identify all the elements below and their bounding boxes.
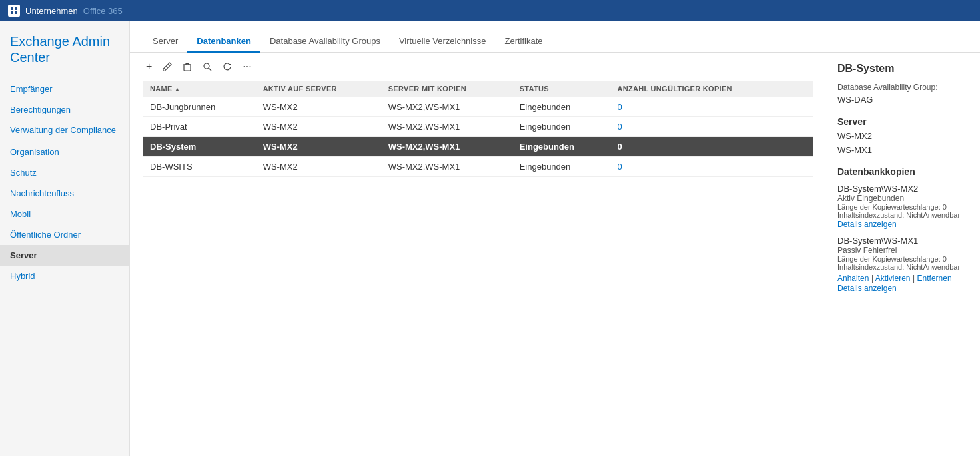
refresh-button[interactable] xyxy=(220,61,235,73)
cell-name: DB-Privat xyxy=(143,117,256,137)
detail-copy-2: DB-System\WS-MX1 Passiv Fehlerfrei Länge… xyxy=(837,236,970,293)
detail-title: DB-System xyxy=(837,63,970,75)
detail-copy-2-status: Passiv Fehlerfrei xyxy=(837,246,970,255)
cell-status: Eingebunden xyxy=(513,137,611,157)
detail-copy-1-laenge: Länge der Kopiewarteschlange: 0 xyxy=(837,203,970,211)
delete-button[interactable] xyxy=(180,61,195,73)
cell-anzahl: 0 xyxy=(610,157,794,177)
detail-panel: DB-System Database Availability Group: W… xyxy=(827,53,980,456)
search-button[interactable] xyxy=(200,61,215,73)
add-button[interactable]: + xyxy=(143,59,155,74)
svg-line-8 xyxy=(209,68,211,71)
tab-server[interactable]: Server xyxy=(143,31,187,53)
sidebar-item-hybrid[interactable]: Hybrid xyxy=(0,266,129,286)
cell-status: Eingebunden xyxy=(513,117,611,137)
col-anzahl[interactable]: ANZAHL UNGÜLTIGER KOPIEN xyxy=(610,81,794,97)
cell-anzahl: 0 xyxy=(610,97,794,117)
cell-anzahl: 0 xyxy=(610,137,794,157)
detail-copy-1-index: Inhaltsindexzustand: NichtAnwendbar xyxy=(837,211,970,219)
detail-copy-1-details-link[interactable]: Details anzeigen xyxy=(837,220,897,229)
cell-kopien: WS-MX2,WS-MX1 xyxy=(382,97,513,117)
detail-copy-2-name: DB-System\WS-MX1 xyxy=(837,236,970,246)
topbar-separator: Office 365 xyxy=(83,6,123,16)
sidebar-item-server[interactable]: Server xyxy=(0,245,129,266)
tab-zertifikate[interactable]: Zertifikate xyxy=(495,31,552,53)
sidebar-item-nachrichtenfluss[interactable]: Nachrichtenfluss xyxy=(0,183,129,204)
svg-rect-1 xyxy=(11,7,13,10)
toolbar: + ··· xyxy=(130,53,827,81)
tab-datenbanken[interactable]: Datenbanken xyxy=(187,31,260,53)
detail-dag-label: Database Availability Group: xyxy=(837,83,970,92)
cell-kopien: WS-MX2,WS-MX1 xyxy=(382,117,513,137)
main-content: Server Datenbanken Database Availability… xyxy=(130,21,980,456)
tab-bar: Server Datenbanken Database Availability… xyxy=(130,21,980,53)
sidebar: Exchange Admin Center Empfänger Berechti… xyxy=(0,21,130,456)
topbar: Unternehmen Office 365 xyxy=(0,0,980,21)
cell-aktiv: WS-MX2 xyxy=(256,157,382,177)
cell-name: DB-System xyxy=(143,137,256,157)
col-spacer xyxy=(794,81,813,97)
app-title: Exchange Admin Center xyxy=(0,28,129,79)
detail-dag-value: WS-DAG xyxy=(837,93,970,107)
detail-copy-2-entfernen-link[interactable]: Entfernen xyxy=(917,274,952,283)
database-table: NAME AKTIV AUF SERVER SERVER MIT KOPIEN … xyxy=(130,81,827,456)
table-row[interactable]: DB-WSITS WS-MX2 WS-MX2,WS-MX1 Eingebunde… xyxy=(143,157,813,177)
detail-copy-1-status: Aktiv Eingebunden xyxy=(837,194,970,203)
detail-copy-2-index: Inhaltsindexzustand: NichtAnwendbar xyxy=(837,263,970,271)
detail-copy-2-laenge: Länge der Kopiewarteschlange: 0 xyxy=(837,255,970,263)
detail-copy-1: DB-System\WS-MX2 Aktiv Eingebunden Länge… xyxy=(837,184,970,229)
detail-copy-2-details-link[interactable]: Details anzeigen xyxy=(837,284,897,293)
svg-rect-4 xyxy=(15,11,17,14)
col-name[interactable]: NAME xyxy=(143,81,256,97)
topbar-logo xyxy=(8,5,20,17)
topbar-company: Unternehmen xyxy=(25,6,78,16)
sidebar-item-compliance[interactable]: Verwaltung der Compliance xyxy=(0,120,129,142)
svg-rect-5 xyxy=(184,65,191,71)
sidebar-item-mobil[interactable]: Mobil xyxy=(0,204,129,224)
svg-rect-3 xyxy=(11,11,13,14)
col-aktiv-auf-server[interactable]: AKTIV AUF SERVER xyxy=(256,81,382,97)
sidebar-item-oeffentliche-ordner[interactable]: Öffentliche Ordner xyxy=(0,224,129,245)
cell-name: DB-Jungbrunnen xyxy=(143,97,256,117)
detail-server-mx1: WS-MX1 xyxy=(837,144,970,158)
detail-copy-2-anhalten-link[interactable]: Anhalten xyxy=(837,274,869,283)
sidebar-item-berechtigungen[interactable]: Berechtigungen xyxy=(0,99,129,120)
cell-aktiv: WS-MX2 xyxy=(256,137,382,157)
svg-rect-2 xyxy=(15,7,17,10)
more-button[interactable]: ··· xyxy=(240,59,254,74)
col-status[interactable]: STATUS xyxy=(513,81,611,97)
list-area: + ··· xyxy=(130,53,827,456)
cell-aktiv: WS-MX2 xyxy=(256,117,382,137)
sidebar-item-organisation[interactable]: Organisation xyxy=(0,142,129,162)
svg-point-7 xyxy=(204,63,209,69)
table-row[interactable]: DB-Jungbrunnen WS-MX2 WS-MX2,WS-MX1 Eing… xyxy=(143,97,813,117)
cell-kopien: WS-MX2,WS-MX1 xyxy=(382,157,513,177)
detail-server-mx2: WS-MX2 xyxy=(837,130,970,144)
cell-status: Eingebunden xyxy=(513,97,611,117)
content-area: + ··· xyxy=(130,53,980,456)
cell-status: Eingebunden xyxy=(513,157,611,177)
detail-datenbankkopien-label: Datenbankkopien xyxy=(837,166,970,177)
cell-kopien: WS-MX2,WS-MX1 xyxy=(382,137,513,157)
detail-server-label: Server xyxy=(837,116,970,127)
cell-aktiv: WS-MX2 xyxy=(256,97,382,117)
sidebar-item-empfaenger[interactable]: Empfänger xyxy=(0,79,129,99)
detail-copy-2-aktivieren-link[interactable]: Aktivieren xyxy=(875,274,911,283)
table-row[interactable]: DB-Privat WS-MX2 WS-MX2,WS-MX1 Eingebund… xyxy=(143,117,813,137)
sidebar-item-schutz[interactable]: Schutz xyxy=(0,162,129,183)
cell-anzahl: 0 xyxy=(610,117,794,137)
cell-name: DB-WSITS xyxy=(143,157,256,177)
detail-copy-1-name: DB-System\WS-MX2 xyxy=(837,184,970,194)
tab-virtuelle-verzeichnisse[interactable]: Virtuelle Verzeichnisse xyxy=(390,31,496,53)
tab-dag[interactable]: Database Availability Groups xyxy=(260,31,390,53)
col-server-mit-kopien[interactable]: SERVER MIT KOPIEN xyxy=(382,81,513,97)
table-row-selected[interactable]: DB-System WS-MX2 WS-MX2,WS-MX1 Eingebund… xyxy=(143,137,813,157)
edit-button[interactable] xyxy=(160,61,175,73)
